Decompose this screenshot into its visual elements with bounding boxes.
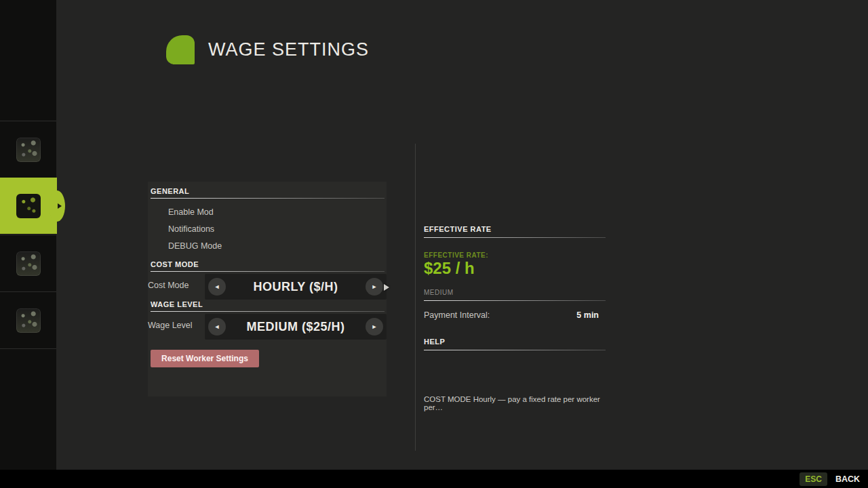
- wage-level-next-button[interactable]: ►: [366, 318, 383, 336]
- wage-level-label: Wage Level: [148, 321, 193, 330]
- bottom-bar: ESC BACK: [0, 470, 868, 488]
- page-title: WAGE SETTINGS: [208, 39, 369, 60]
- info-panel: EFFECTIVE RATE EFFECTIVE RATE: $25 / h M…: [424, 225, 606, 411]
- sidebar-item-mod-4[interactable]: [0, 292, 56, 348]
- mod-icon: [16, 138, 41, 162]
- wage-level-selector: ◄ MEDIUM ($25/H) ►: [205, 314, 387, 340]
- section-cost-mode-title: COST MODE: [151, 260, 199, 268]
- payment-interval-value: 5 min: [576, 310, 599, 320]
- arrow-right-icon: ►: [372, 283, 378, 290]
- chevron-right-icon: [58, 203, 62, 209]
- settings-panel: GENERAL Enable Mod Notifications DEBUG M…: [148, 182, 387, 396]
- cost-mode-next-button[interactable]: ►: [366, 278, 383, 296]
- panel-divider: [415, 144, 416, 451]
- app-logo: [166, 35, 195, 64]
- help-text: COST MODE Hourly — pay a fixed rate per …: [424, 395, 606, 411]
- wage-level-value: MEDIUM ($25/H): [229, 314, 362, 340]
- cost-mode-selector: ◄ HOURLY ($/H) ►: [205, 274, 387, 300]
- payment-interval-label: Payment Interval:: [424, 310, 490, 320]
- section-general-title: GENERAL: [151, 187, 189, 195]
- section-divider: [151, 198, 384, 199]
- setting-debug-mode[interactable]: DEBUG Mode: [168, 241, 222, 251]
- mod-sidebar: [0, 0, 56, 470]
- wage-level-prev-button[interactable]: ◄: [208, 318, 226, 336]
- esc-key-badge[interactable]: ESC: [800, 472, 827, 486]
- section-divider: [424, 300, 606, 301]
- sidebar-divider: [0, 348, 56, 349]
- arrow-left-icon: ◄: [214, 283, 220, 290]
- effective-rate-label: EFFECTIVE RATE:: [424, 251, 606, 259]
- sidebar-item-mod-3[interactable]: [0, 235, 56, 291]
- section-divider: [151, 271, 384, 272]
- sidebar-item-mod-2-selected[interactable]: [0, 178, 57, 234]
- section-divider: [151, 311, 384, 312]
- sidebar-item-mod-1[interactable]: [0, 121, 56, 178]
- selected-tab-bump: [49, 190, 65, 222]
- reset-worker-settings-button[interactable]: Reset Worker Settings: [151, 350, 259, 367]
- effective-rate-value: $25 / h: [424, 259, 606, 278]
- cost-mode-prev-button[interactable]: ◄: [208, 278, 226, 296]
- section-divider: [424, 237, 606, 238]
- wage-level-indicator: MEDIUM: [424, 289, 606, 296]
- mod-icon: [16, 194, 41, 218]
- section-wage-level-title: WAGE LEVEL: [151, 300, 203, 308]
- setting-enable-mod[interactable]: Enable Mod: [168, 207, 214, 217]
- section-divider: [424, 350, 606, 350]
- mod-icon: [16, 308, 41, 333]
- mouse-cursor: [384, 284, 389, 291]
- cost-mode-value: HOURLY ($/H): [229, 274, 362, 300]
- setting-notifications[interactable]: Notifications: [168, 224, 214, 234]
- arrow-right-icon: ►: [372, 323, 378, 330]
- effective-rate-section-title: EFFECTIVE RATE: [424, 225, 606, 233]
- help-section-title: HELP: [424, 338, 606, 346]
- mod-icon: [16, 251, 41, 276]
- cost-mode-label: Cost Mode: [148, 281, 189, 290]
- payment-interval-row: Payment Interval: 5 min: [424, 310, 606, 320]
- arrow-left-icon: ◄: [214, 323, 220, 330]
- back-button[interactable]: BACK: [835, 474, 860, 484]
